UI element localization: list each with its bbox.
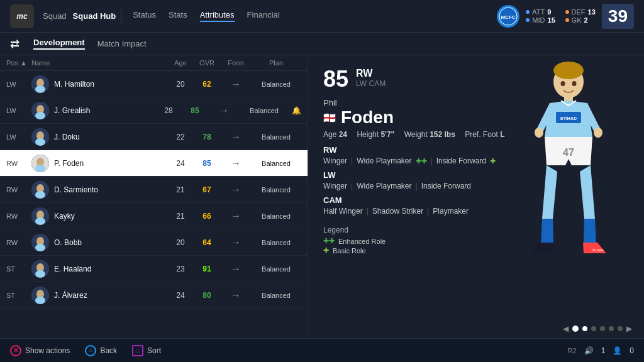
player-name: J. Álvarez (54, 291, 168, 300)
show-actions-label: Show actions (25, 346, 70, 355)
player-plan-cell: Balanced (251, 265, 301, 273)
squad-row[interactable]: RW O. Bobb2064→Balanced (0, 229, 308, 256)
player-avatar (31, 128, 49, 146)
att-dot (526, 10, 530, 14)
squad-row[interactable]: LW M. Hamilton2062→Balanced (0, 71, 308, 97)
player-ovr-cell: 85 (181, 106, 209, 115)
o-button-icon: ○ (85, 345, 96, 356)
player-ovr-cell: 78 (193, 133, 221, 141)
nav-title: Squad Hub (73, 11, 116, 21)
player-avatar (31, 102, 49, 119)
squad-row[interactable]: LW J. Grealish2885→Balanced🔔 (0, 97, 308, 124)
player-form-cell: → (221, 79, 251, 90)
player-position: RW (6, 160, 31, 167)
player-name: J. Grealish (54, 106, 156, 115)
prev-arrow[interactable]: ◀ (563, 324, 569, 333)
def-label: DEF (572, 8, 586, 16)
player-avatar (31, 260, 49, 278)
svg-text:PUMA: PUMA (592, 248, 603, 252)
svg-point-34 (535, 128, 543, 138)
dot-5[interactable] (618, 326, 623, 331)
player-ovr-cell: 62 (193, 80, 221, 89)
player-icon: 🔔 (292, 106, 301, 115)
player-plan-cell: Balanced (239, 107, 289, 114)
player-detail-panel: 85 RW LW CAM Phil 🏴󠁧󠁢󠁥󠁮󠁧󠁿 Foden Age 24 H… (308, 55, 644, 338)
squad-rows: LW M. Hamilton2062→BalancedLW J. Grealis… (0, 71, 308, 338)
next-arrow[interactable]: ▶ (626, 324, 632, 333)
player-age-cell: 24 (168, 159, 193, 168)
player-ovr-cell: 64 (193, 238, 221, 247)
player-form-cell: → (221, 211, 251, 222)
show-actions-button[interactable]: ✕ Show actions (10, 345, 70, 356)
player-age-cell: 24 (168, 291, 193, 300)
legend-basic-icon: ✚ (323, 246, 329, 255)
legend-enhanced-label: Enhanced Role (338, 238, 386, 245)
player-plan-cell: Balanced (251, 186, 301, 194)
svg-point-16 (35, 191, 45, 199)
role-half-winger-cam: Half Winger (323, 207, 363, 216)
player-pos-alt: LW CAM (356, 79, 386, 88)
total-squad-count: 39 (602, 4, 634, 29)
role-wide-playmaker-rw: Wide Playmaker (357, 156, 411, 165)
player-last-name: Foden (341, 107, 394, 128)
svg-point-19 (35, 217, 45, 225)
gk-value: 2 (584, 16, 588, 24)
player-name: M. Hamilton (54, 80, 168, 89)
player-position: RW (6, 239, 31, 246)
squad-row[interactable]: ST E. Haaland2391→Balanced (0, 256, 308, 282)
player-avatar (31, 75, 49, 93)
role-inside-forward-lw: Inside Forward (421, 182, 471, 190)
player-age-cell: 21 (168, 185, 193, 194)
bottom-right-icons: R2 🔊 1 👤 0 (568, 346, 634, 355)
player-flag: 🏴󠁧󠁢󠁥󠁮󠁧󠁿 (323, 112, 336, 124)
sub-tab-development[interactable]: Development (33, 38, 85, 50)
player-position: ST (6, 265, 31, 273)
club-crest: MCFC (497, 5, 519, 28)
tab-attributes[interactable]: Attributes (200, 10, 235, 22)
dot-3[interactable] (600, 326, 605, 331)
svg-point-30 (553, 62, 584, 79)
back-button[interactable]: ○ Back (85, 345, 117, 356)
player-position: RW (6, 186, 31, 194)
club-stats-badge: MCFC ATT 9 DEF 13 MID 15 GK 2 (497, 4, 634, 29)
tab-stats[interactable]: Stats (169, 10, 187, 22)
svg-point-38 (572, 81, 577, 86)
nav-squad[interactable]: Squad (43, 11, 67, 21)
player-ovr-cell: 80 (193, 291, 221, 300)
player-age-cell: 22 (168, 133, 193, 141)
player-plan-cell: Balanced (251, 239, 301, 246)
squad-row[interactable]: RW P. Foden2485→Balanced (0, 150, 308, 177)
squad-row[interactable]: ST J. Álvarez2480→Balanced (0, 282, 308, 309)
squad-row[interactable]: RW Kayky2166→Balanced (0, 203, 308, 229)
att-label: ATT (532, 8, 545, 16)
svg-point-10 (35, 138, 45, 146)
tab-status[interactable]: Status (133, 10, 156, 22)
top-bar: mc Squad Squad Hub Status Stats Attribut… (0, 0, 644, 33)
dot-1[interactable] (582, 326, 587, 331)
squad-row[interactable]: RW D. Sarmiento2167→Balanced (0, 177, 308, 203)
player-ovr-cell: 67 (193, 185, 221, 194)
player-name: D. Sarmiento (54, 185, 168, 194)
player-position: LW (6, 80, 31, 88)
squad-row[interactable]: LW J. Doku2278→Balanced (0, 124, 308, 150)
sub-tab-match-impact[interactable]: Match Impact (97, 39, 147, 48)
svg-point-22 (35, 244, 45, 251)
player-height: Height 5'7" (357, 130, 394, 139)
mid-label: MID (532, 16, 545, 24)
list-header: Pos ▲ Name Age OVR Form Plan (0, 55, 308, 71)
player-name: O. Bobb (54, 238, 168, 247)
sort-button[interactable]: □ Sort (132, 345, 161, 356)
volume-value: 1 (601, 346, 606, 355)
def-dot (565, 10, 569, 14)
player-form-cell: → (221, 263, 251, 275)
dot-0[interactable] (572, 326, 579, 332)
player-name: P. Foden (54, 159, 168, 168)
dot-2[interactable] (591, 326, 596, 331)
dot-4[interactable] (609, 326, 614, 331)
player-plan-cell: Balanced (251, 133, 301, 141)
sub-tabs-bar: ⇄ Development Match Impact (0, 33, 644, 55)
player-form-cell: → (209, 105, 239, 116)
enhanced-icon-1: ✚✚ (416, 157, 427, 165)
stat-grid: ATT 9 DEF 13 MID 15 GK 2 (526, 8, 596, 24)
tab-financial[interactable]: Financial (247, 10, 280, 22)
